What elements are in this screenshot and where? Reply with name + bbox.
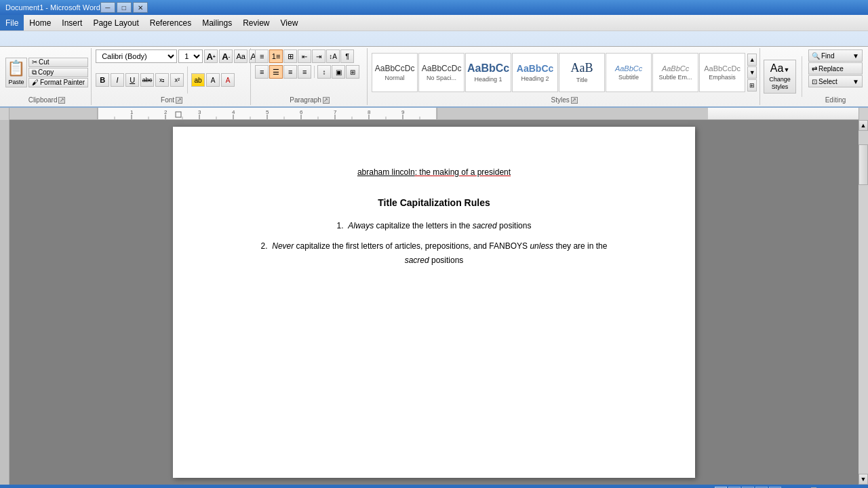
menu-insert[interactable]: Insert	[56, 15, 87, 30]
document-subtitle: abraham lincoln: the making of a preside…	[227, 167, 641, 177]
svg-text:4: 4	[232, 109, 235, 115]
replace-icon: ⇄	[812, 65, 817, 73]
font-color-button[interactable]: A	[221, 73, 235, 87]
cut-button[interactable]: ✂ Cut	[28, 58, 88, 67]
ruler: 1 2 3 4 5 6 7 8 9	[9, 108, 859, 120]
emphasis-preview: AaBbCcDc	[704, 64, 741, 73]
scroll-up-button[interactable]: ▲	[859, 120, 868, 131]
decrease-indent-button[interactable]: ⇤	[298, 49, 311, 63]
style-no-spacing[interactable]: AaBbCcDc No Spaci...	[418, 53, 465, 92]
clipboard-expand-button[interactable]: ↗	[58, 97, 65, 104]
list-item-1: 1. Always capitalize the letters in the …	[227, 219, 641, 234]
left-margin-bar	[0, 120, 9, 485]
style-title[interactable]: AaB Title	[559, 53, 605, 92]
align-right-button[interactable]: ≡	[283, 65, 297, 79]
subtle-preview: AaBbCc	[662, 64, 689, 73]
document-area: abraham lincoln: the making of a preside…	[0, 120, 868, 485]
replace-button[interactable]: ⇄ Replace	[808, 62, 863, 75]
select-icon: ⊡	[812, 78, 817, 85]
change-styles-button[interactable]: Aa▼ ChangeStyles	[764, 60, 796, 94]
styles-expand-button[interactable]: ↗	[571, 97, 578, 104]
sort-button[interactable]: ↕A	[326, 49, 340, 63]
align-btn-row: ≡ ☰ ≡ ≡ ↕ ▣ ⊞	[255, 65, 359, 79]
title-preview: AaB	[571, 61, 593, 75]
shrink-font-button[interactable]: A-	[219, 49, 233, 63]
ruler-right-spacer	[859, 108, 868, 120]
title-bar-text: Document1 - Microsoft Word	[5, 3, 100, 12]
grow-font-button[interactable]: A+	[204, 49, 218, 63]
show-para-marks-button[interactable]: ¶	[340, 49, 354, 63]
superscript-button[interactable]: x²	[170, 73, 184, 87]
ruler-svg: 1 2 3 4 5 6 7 8 9	[9, 108, 859, 120]
close-button[interactable]: ✕	[133, 2, 148, 13]
paste-button[interactable]: 📋 Paste	[5, 58, 27, 87]
borders-button[interactable]: ⊞	[346, 65, 359, 79]
font-expand-button[interactable]: ↗	[176, 97, 182, 104]
vertical-scrollbar[interactable]: ▲ ▼	[859, 120, 868, 485]
menu-file[interactable]: File	[0, 15, 24, 30]
styles-scroll-down[interactable]: ▼	[747, 66, 757, 79]
status-bar: Page: 1 of 1 Words: 37 🔍 ▣ 📄 🌐 ≡ □ 100%	[0, 485, 868, 488]
text-highlight-button[interactable]: ab	[191, 73, 205, 87]
scroll-down-button[interactable]: ▼	[859, 474, 868, 485]
clipboard-group: 📋 Paste ✂ Cut ⧉ Copy 🖌 Format Painter	[3, 48, 92, 105]
menu-bar: File Home Insert Page Layout References …	[0, 15, 868, 31]
styles-scroll-up[interactable]: ▲	[747, 54, 757, 66]
styles-more[interactable]: ⊞	[747, 79, 757, 92]
menu-mailings[interactable]: Mailings	[197, 15, 237, 30]
font-family-selector[interactable]: Calibri (Body)	[96, 49, 177, 63]
italic-button[interactable]: I	[111, 73, 124, 87]
paragraph-expand-button[interactable]: ↗	[323, 97, 330, 104]
font-size-selector[interactable]: 11	[178, 49, 203, 63]
bold-button[interactable]: B	[96, 73, 109, 87]
menu-view[interactable]: View	[275, 15, 304, 30]
ribbon-content: 📋 Paste ✂ Cut ⧉ Copy 🖌 Format Painter	[0, 46, 868, 106]
numbering-button[interactable]: 1≡	[269, 49, 283, 63]
align-center-button[interactable]: ☰	[269, 65, 283, 79]
svg-rect-1	[437, 108, 708, 120]
style-heading1[interactable]: AaBbCc Heading 1	[465, 53, 511, 92]
subscript-button[interactable]: x₂	[155, 73, 169, 87]
title-bar: Document1 - Microsoft Word ─ □ ✕	[0, 0, 868, 15]
underline-button[interactable]: U	[125, 73, 139, 87]
scroll-thumb[interactable]	[859, 144, 868, 185]
line-spacing-button[interactable]: ↕	[317, 65, 331, 79]
normal-preview: AaBbCcDc	[375, 64, 415, 73]
multilevel-list-button[interactable]: ⊞	[283, 49, 297, 63]
shading-button[interactable]: ▣	[332, 65, 345, 79]
justify-button[interactable]: ≡	[298, 65, 311, 79]
bullets-button[interactable]: ≡	[255, 49, 269, 63]
restore-button[interactable]: □	[117, 2, 132, 13]
styles-content: AaBbCcDc Normal AaBbCcDc No Spaci... AaB…	[372, 49, 757, 95]
ribbon-tabs	[0, 31, 868, 46]
copy-button[interactable]: ⧉ Copy	[28, 68, 88, 77]
style-emphasis[interactable]: AaBbCcDc Emphasis	[699, 53, 745, 92]
styles-scroll: ▲ ▼ ⊞	[747, 54, 757, 92]
document-heading: Title Capitalization Rules	[227, 197, 641, 208]
select-button[interactable]: ⊡ Select ▼	[808, 75, 863, 87]
style-subtitle[interactable]: AaBbCc Subtitle	[606, 53, 652, 92]
style-heading2[interactable]: AaBbCc Heading 2	[512, 53, 558, 92]
find-button[interactable]: 🔍 Find ▼	[808, 49, 863, 62]
highlight-color-button[interactable]: A	[206, 73, 220, 87]
menu-review[interactable]: Review	[237, 15, 275, 30]
increase-indent-button[interactable]: ⇥	[312, 49, 326, 63]
format-painter-button[interactable]: 🖌 Format Painter	[28, 78, 88, 87]
style-subtle-emphasis[interactable]: AaBbCc Subtle Em...	[652, 53, 698, 92]
paragraph-group: ≡ 1≡ ⊞ ⇤ ⇥ ↕A ¶ ≡ ☰ ≡ ≡ ↕ ▣ ⊞	[252, 48, 368, 105]
clear-format-button[interactable]: Aa	[234, 49, 248, 63]
font-group-label: Font ↗	[96, 96, 248, 104]
list-btn-row: ≡ 1≡ ⊞ ⇤ ⇥ ↕A ¶	[255, 49, 354, 63]
scroll-area[interactable]: abraham lincoln: the making of a preside…	[9, 120, 859, 485]
align-left-button[interactable]: ≡	[255, 65, 269, 79]
strikethrough-button[interactable]: abc	[140, 73, 154, 87]
menu-references[interactable]: References	[144, 15, 197, 30]
menu-page-layout[interactable]: Page Layout	[87, 15, 144, 30]
svg-text:9: 9	[401, 109, 405, 115]
scissors-icon: ✂	[32, 58, 37, 66]
minimize-button[interactable]: ─	[100, 2, 115, 13]
style-normal[interactable]: AaBbCcDc Normal	[372, 53, 418, 92]
change-styles-group: Aa▼ ChangeStyles	[762, 48, 798, 105]
ruler-area: 1 2 3 4 5 6 7 8 9	[0, 108, 868, 120]
menu-home[interactable]: Home	[24, 15, 56, 30]
